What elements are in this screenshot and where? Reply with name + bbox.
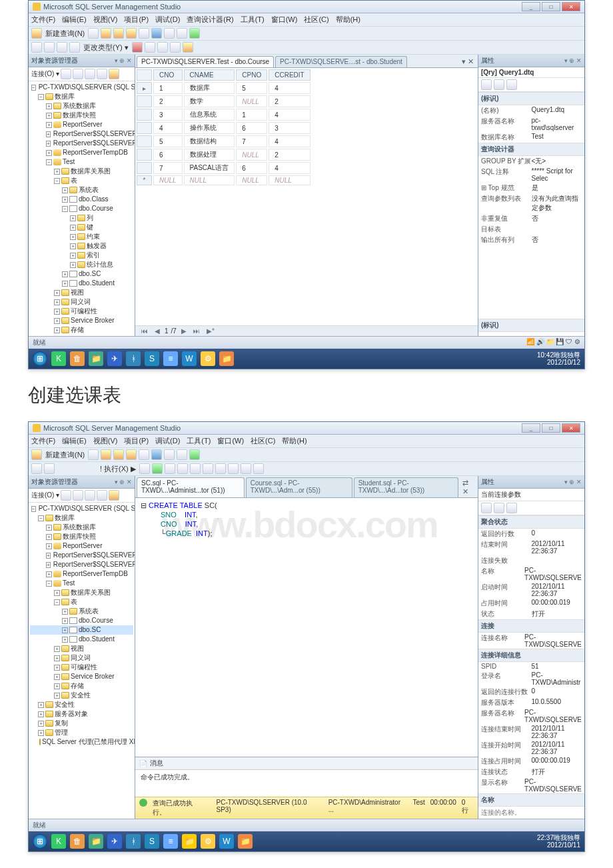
menu-community[interactable]: 社区(C) — [304, 15, 328, 25]
props-list[interactable]: 聚合状态 返回的行数0 结束时间2012/10/11 22:36:37 连接失败… — [478, 515, 584, 819]
tool-icon[interactable] — [164, 449, 175, 460]
dbsnap-folder[interactable]: 数据库快照 — [63, 532, 96, 541]
tool-icon[interactable] — [151, 449, 162, 460]
menu-tools[interactable]: 工具(T) — [187, 436, 211, 446]
task-icon[interactable]: W — [182, 351, 197, 366]
task-icon[interactable]: 📁 — [219, 351, 234, 366]
tool-icon[interactable] — [165, 463, 175, 474]
close-button[interactable]: ✕ — [562, 423, 580, 433]
tool-icon[interactable] — [73, 69, 83, 79]
constraints-folder[interactable]: 约束 — [87, 232, 100, 241]
db-node[interactable]: ReportServerTempDB — [63, 148, 128, 157]
task-icon[interactable]: S — [145, 351, 159, 366]
stats-folder[interactable]: 统计信息 — [87, 260, 113, 269]
db-test[interactable]: Test — [63, 579, 75, 588]
menu-project[interactable]: 项目(P) — [124, 436, 149, 446]
task-icon[interactable]: ᚼ — [126, 351, 141, 366]
new-query-icon[interactable] — [31, 28, 42, 39]
start-button[interactable]: ⊞ — [33, 351, 47, 366]
tool-icon[interactable] — [126, 449, 137, 460]
task-icon[interactable]: ≡ — [163, 351, 178, 366]
tool-icon[interactable] — [177, 449, 187, 460]
serverobj-folder[interactable]: 服务器对象 — [55, 709, 88, 719]
table-node[interactable]: dbo.Student — [79, 635, 115, 644]
server-node[interactable]: PC-TXWD\SQLSERVER (SQL Server 10. — [39, 83, 135, 92]
tab-inactive[interactable]: PC-TXWD\SQLSERVE…st - dbo.Student — [275, 56, 407, 67]
table-node[interactable]: dbo.SC — [79, 269, 101, 279]
menu-view[interactable]: 视图(V) — [93, 15, 118, 25]
tool-icon[interactable] — [97, 490, 107, 501]
sqlagent-node[interactable]: SQL Server 代理(已禁用代理 XP) — [42, 737, 135, 747]
status-tray-icons[interactable]: 📶 🔊 📁 💾 🛡 ⚙ — [526, 338, 580, 347]
maximize-button[interactable]: □ — [542, 2, 560, 11]
tool-icon[interactable] — [139, 449, 149, 460]
tool-icon[interactable] — [189, 28, 200, 39]
syn-folder[interactable]: 同义词 — [71, 653, 91, 663]
tab-course[interactable]: Course.sql - PC-TXWD\...\Adm...or (55)) — [246, 477, 352, 497]
tool-icon[interactable] — [85, 69, 95, 79]
task-icon[interactable]: S — [145, 834, 159, 849]
tool-icon[interactable] — [113, 449, 124, 460]
views-folder[interactable]: 视图 — [71, 644, 84, 653]
tool-icon[interactable] — [44, 42, 55, 53]
storage-folder[interactable]: 存储 — [71, 325, 84, 335]
exec-label[interactable]: ! 执行(X) ▶ — [99, 464, 137, 474]
task-icon[interactable]: ⚙ — [201, 351, 215, 366]
tool-icon[interactable] — [132, 42, 143, 53]
systables-folder[interactable]: 系统表 — [79, 607, 99, 616]
tool-icon[interactable] — [57, 42, 67, 53]
tool-icon[interactable] — [61, 69, 71, 79]
tables-folder[interactable]: 表 — [71, 597, 77, 607]
task-icon[interactable]: ᚼ — [126, 834, 141, 849]
db-node[interactable]: ReportServer — [63, 120, 102, 129]
sysdb-folder[interactable]: 系统数据库 — [63, 101, 96, 111]
indexes-folder[interactable]: 索引 — [87, 251, 100, 260]
server-node[interactable]: PC-TXWD\SQLSERVER (SQL Server 10.0.5 — [39, 504, 135, 513]
security-folder[interactable]: 安全性 — [55, 700, 75, 709]
nav-new-icon[interactable]: ▶* — [205, 327, 217, 335]
dbdiagram-folder[interactable]: 数据库关系图 — [71, 588, 111, 597]
connect-label[interactable]: 连接(O) ▾ — [31, 69, 59, 79]
objexp-tree[interactable]: −PC-TXWD\SQLSERVER (SQL Server 10.0.5 −数… — [29, 503, 135, 748]
tool-icon[interactable] — [190, 463, 201, 474]
tool-icon[interactable] — [189, 449, 200, 460]
tab-sc[interactable]: SC.sql - PC-TXWD\...\Administ...tor (51)… — [137, 477, 245, 497]
task-icon[interactable]: ≡ — [163, 834, 178, 849]
tool-icon[interactable] — [139, 28, 149, 39]
props-page-icon[interactable] — [506, 503, 517, 513]
task-icon[interactable]: K — [51, 834, 66, 849]
tool-icon[interactable] — [151, 28, 162, 39]
db-node[interactable]: ReportServer$SQLSERVERTemp — [53, 139, 135, 148]
nav-next-icon[interactable]: ▶ — [179, 327, 189, 335]
tables-folder[interactable]: 表 — [71, 176, 77, 185]
tool-icon[interactable] — [31, 42, 42, 53]
taskbar-clock[interactable]: 22:37唯我独尊2012/10/11 — [537, 834, 580, 849]
menu-edit[interactable]: 编辑(E) — [62, 15, 87, 25]
tool-icon[interactable] — [164, 28, 175, 39]
new-query-label[interactable]: 新建查询(N) — [44, 450, 86, 460]
props-cat-icon[interactable] — [481, 79, 492, 90]
panel-pin-icon[interactable]: ▾ ⊕ ✕ — [115, 479, 132, 485]
menu-help[interactable]: 帮助(H) — [282, 436, 306, 446]
tool-icon[interactable] — [177, 463, 188, 474]
db-node[interactable]: ReportServerTempDB — [63, 569, 128, 579]
tool-icon[interactable] — [126, 28, 137, 39]
task-icon[interactable]: 🗑 — [70, 834, 85, 849]
db-folder[interactable]: 数据库 — [55, 513, 75, 523]
props-page-icon[interactable] — [506, 79, 517, 90]
sysdb-folder[interactable]: 系统数据库 — [63, 523, 96, 532]
col-cpno[interactable]: CPNO — [236, 69, 267, 81]
tool-icon[interactable] — [177, 28, 187, 39]
panel-pin-icon[interactable]: ▾ ⊕ ✕ — [115, 57, 132, 64]
tool-icon[interactable] — [215, 463, 226, 474]
nav-last-icon[interactable]: ⏭ — [191, 327, 202, 335]
sb-folder[interactable]: Service Broker — [71, 672, 115, 681]
tool-icon[interactable] — [31, 463, 42, 474]
task-icon[interactable]: ✈ — [107, 351, 122, 366]
db-node[interactable]: ReportServer — [63, 541, 102, 551]
tool-icon[interactable] — [85, 490, 95, 501]
tab-student[interactable]: Student.sql - PC-TXWD\...\Ad...tor (53)) — [354, 477, 458, 497]
tool-icon[interactable] — [152, 463, 163, 474]
props-cat-icon[interactable] — [481, 503, 492, 513]
tool-icon[interactable] — [241, 463, 251, 474]
